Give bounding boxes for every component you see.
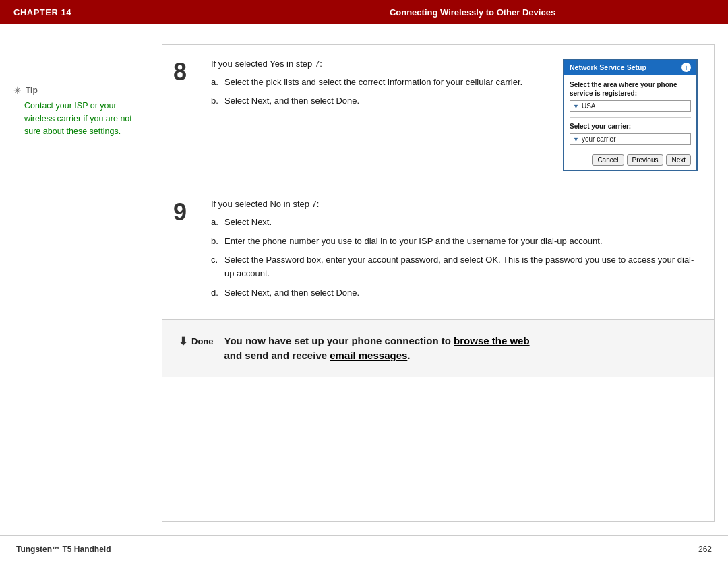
step-9-content: If you selected No in step 7: a. Select … [211, 199, 698, 305]
step-8-number: 8 [173, 59, 200, 171]
footer-page-number: 262 [698, 544, 712, 554]
step-9-section: 9 If you selected No in step 7: a. Selec… [162, 185, 714, 319]
dialog-body: Select the area where your phone service… [564, 75, 696, 170]
chapter-label: CHAPTER 14 [0, 7, 217, 18]
info-icon: i [681, 63, 691, 72]
area-dropdown[interactable]: ▼ USA [570, 100, 691, 112]
list-text-b: Select Next, and then select Done. [224, 94, 359, 108]
dialog-title: Network Service Setup [570, 63, 646, 71]
list-label-a: a. [211, 75, 220, 89]
network-service-setup-dialog: Network Service Setup i Select the area … [563, 59, 698, 171]
carrier-value: your carrier [582, 135, 616, 143]
step-8-section: 8 If you selected Yes in step 7: a. Sele… [162, 45, 714, 185]
list-item: b. Enter the phone number you use to dia… [211, 235, 698, 248]
list-text-a: Select the pick lists and select the cor… [224, 75, 522, 89]
list-label-d: d. [211, 286, 220, 300]
list-text-c: Select the Password box, enter your acco… [224, 253, 698, 280]
browse-web-link[interactable]: browse the web [454, 335, 530, 346]
footer-brand: Tungsten™ T5 Handheld [16, 544, 111, 554]
area-label: Select the area where your phone service… [570, 80, 691, 98]
done-text-label: Done [191, 336, 214, 346]
email-messages-link[interactable]: email messages [330, 350, 407, 361]
area-value: USA [582, 102, 596, 110]
chapter-title: Connecting Wirelessly to Other Devices [217, 7, 728, 18]
done-text-after: . [407, 350, 410, 361]
step-9-list: a. Select Next. b. Enter the phone numbe… [211, 216, 698, 300]
list-text-d: Select Next, and then select Done. [224, 286, 359, 300]
previous-button[interactable]: Previous [627, 154, 664, 166]
carrier-label: Select your carrier: [570, 122, 691, 131]
done-label: ⬇ Done [179, 334, 214, 348]
done-arrow-icon: ⬇ [179, 335, 187, 348]
step-8-content: If you selected Yes in step 7: a. Select… [211, 59, 698, 171]
next-button[interactable]: Next [666, 154, 691, 166]
done-text-middle: and send and receive [224, 350, 328, 361]
cancel-button[interactable]: Cancel [592, 154, 624, 166]
done-section: ⬇ Done You now have set up your phone co… [162, 319, 714, 377]
brand-product: Handheld [74, 544, 111, 554]
step-9-intro: If you selected No in step 7: [211, 199, 698, 209]
list-item: b. Select Next, and then select Done. [211, 94, 549, 108]
step-8-text: If you selected Yes in step 7: a. Select… [211, 59, 549, 171]
tip-area: ✳ Tip Contact your ISP or your wireless … [13, 44, 148, 522]
list-item: c. Select the Password box, enter your a… [211, 253, 698, 280]
list-item: a. Select Next. [211, 216, 698, 229]
dialog-title-bar: Network Service Setup i [564, 60, 696, 75]
footer: Tungsten™ T5 Handheld 262 [0, 535, 728, 562]
dialog-buttons: Cancel Previous Next [570, 150, 691, 166]
header-bar: CHAPTER 14 Connecting Wirelessly to Othe… [0, 0, 728, 24]
list-item: a. Select the pick lists and select the … [211, 75, 549, 89]
tip-star-icon: ✳ [13, 85, 22, 96]
main-content: ✳ Tip Contact your ISP or your wireless … [0, 24, 728, 535]
list-text-b: Enter the phone number you use to dial i… [224, 235, 603, 248]
dropdown-arrow-icon: ▼ [573, 103, 579, 110]
step-9-number: 9 [173, 199, 200, 305]
dialog-divider [570, 117, 691, 118]
step-8-list: a. Select the pick lists and select the … [211, 75, 549, 108]
tip-label: Tip [26, 86, 38, 95]
list-label-c: c. [211, 253, 220, 280]
carrier-dropdown[interactable]: ▼ your carrier [570, 133, 691, 145]
done-text-before: You now have set up your phone connectio… [224, 335, 451, 346]
carrier-arrow-icon: ▼ [573, 136, 579, 143]
step-8-intro: If you selected Yes in step 7: [211, 59, 549, 69]
tip-text: Contact your ISP or your wireless carrie… [13, 100, 148, 137]
brand-name: Tungsten™ T5 [16, 544, 71, 554]
list-label-a: a. [211, 216, 220, 229]
list-text-a: Select Next. [224, 216, 272, 229]
list-label-b: b. [211, 94, 220, 108]
list-label-b: b. [211, 235, 220, 248]
list-item: d. Select Next, and then select Done. [211, 286, 698, 300]
done-description: You now have set up your phone connectio… [224, 334, 530, 364]
content-area: 8 If you selected Yes in step 7: a. Sele… [162, 44, 715, 522]
step-9-text: If you selected No in step 7: a. Select … [211, 199, 698, 305]
tip-header: ✳ Tip [13, 85, 148, 96]
